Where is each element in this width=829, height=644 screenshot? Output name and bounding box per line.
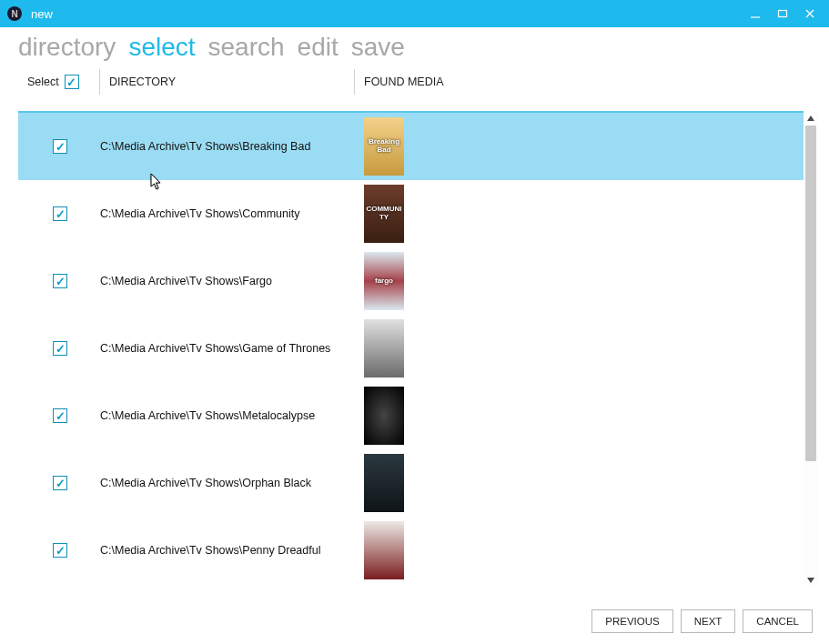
previous-button[interactable]: PREVIOUS [591,609,672,633]
next-button[interactable]: NEXT [681,609,736,633]
row-checkbox[interactable] [53,476,67,490]
scroll-up-button[interactable] [804,111,818,126]
row-directory: C:\Media Archive\Tv Shows\Metalocalypse [100,409,355,422]
cancel-button[interactable]: CANCEL [743,609,813,633]
svg-marker-4 [807,116,814,121]
scrollbar-thumb[interactable] [805,126,816,461]
row-directory: C:\Media Archive\Tv Shows\Breaking Bad [100,140,355,153]
step-directory[interactable]: directory [18,33,116,62]
scrollbar-track[interactable] [804,126,818,573]
table-row[interactable]: C:\Media Archive\Tv Shows\Penny Dreadful [18,517,804,584]
step-save[interactable]: save [351,33,405,62]
column-select-label: Select [27,75,59,88]
svg-rect-1 [779,11,787,17]
step-edit[interactable]: edit [298,33,339,62]
step-select[interactable]: select [128,33,195,62]
row-checkbox-cell [27,206,100,221]
minimize-icon [750,8,761,19]
row-checkbox-cell [27,139,100,154]
wizard-steps: directory select search edit save [0,27,829,69]
row-checkbox-cell [27,341,100,356]
step-search[interactable]: search [208,33,285,62]
row-media: Breaking Bad [355,117,404,176]
row-directory: C:\Media Archive\Tv Shows\Community [100,207,355,220]
column-media-label: FOUND MEDIA [355,69,444,95]
table-row[interactable]: C:\Media Archive\Tv Shows\Orphan Black [18,449,804,517]
media-list: C:\Media Archive\Tv Shows\Breaking BadBr… [18,111,804,588]
app-icon: N [7,6,22,21]
poster-title: Breaking Bad [364,138,404,155]
row-media: fargo [355,252,404,310]
row-checkbox-cell [27,408,100,423]
scrollbar[interactable] [804,111,818,588]
row-checkbox[interactable] [53,341,67,356]
row-media [355,454,404,512]
row-directory: C:\Media Archive\Tv Shows\Orphan Black [100,477,355,489]
row-checkbox[interactable] [53,408,67,423]
scroll-down-button[interactable] [804,573,818,588]
column-headers: Select DIRECTORY FOUND MEDIA [0,69,804,95]
poster-thumbnail[interactable] [364,319,404,377]
row-checkbox-cell [27,476,100,490]
titlebar: N new [0,0,829,27]
row-checkbox[interactable] [53,543,67,558]
row-directory: C:\Media Archive\Tv Shows\Fargo [100,275,355,287]
row-directory: C:\Media Archive\Tv Shows\Penny Dreadful [100,544,355,557]
poster-thumbnail[interactable] [364,521,404,579]
footer: PREVIOUS NEXT CANCEL [591,609,813,633]
chevron-up-icon [806,114,815,123]
window-title: new [31,7,740,21]
row-directory: C:\Media Archive\Tv Shows\Game of Throne… [100,342,355,355]
poster-thumbnail[interactable] [364,454,404,512]
row-checkbox[interactable] [53,274,67,288]
column-directory-label: DIRECTORY [100,69,355,95]
maximize-button[interactable] [771,5,794,23]
table-row[interactable]: C:\Media Archive\Tv Shows\Game of Throne… [18,315,804,382]
content-area: C:\Media Archive\Tv Shows\Breaking BadBr… [18,111,818,588]
table-row[interactable]: C:\Media Archive\Tv Shows\Breaking BadBr… [18,113,804,180]
poster-thumbnail[interactable] [364,387,404,445]
row-media: COMMUNITY [355,185,404,243]
minimize-button[interactable] [743,5,767,23]
table-row[interactable]: C:\Media Archive\Tv Shows\CommunityCOMMU… [18,180,804,247]
row-media [355,387,404,445]
chevron-down-icon [806,576,815,585]
column-select: Select [27,69,100,95]
close-button[interactable] [798,5,822,23]
poster-thumbnail[interactable]: Breaking Bad [364,117,404,176]
row-checkbox[interactable] [53,206,67,221]
maximize-icon [777,8,788,19]
row-media [355,319,404,377]
select-all-checkbox[interactable] [65,75,79,89]
poster-title: COMMUNITY [364,206,404,222]
svg-marker-5 [807,578,814,583]
table-row[interactable]: C:\Media Archive\Tv Shows\Fargofargo [18,247,804,315]
table-row[interactable]: C:\Media Archive\Tv Shows\Metalocalypse [18,382,804,449]
poster-title: fargo [373,277,395,286]
poster-thumbnail[interactable]: COMMUNITY [364,185,404,243]
row-checkbox[interactable] [53,139,67,154]
close-icon [804,8,815,19]
row-checkbox-cell [27,543,100,558]
row-checkbox-cell [27,274,100,288]
row-media [355,521,404,579]
poster-thumbnail[interactable]: fargo [364,252,404,310]
